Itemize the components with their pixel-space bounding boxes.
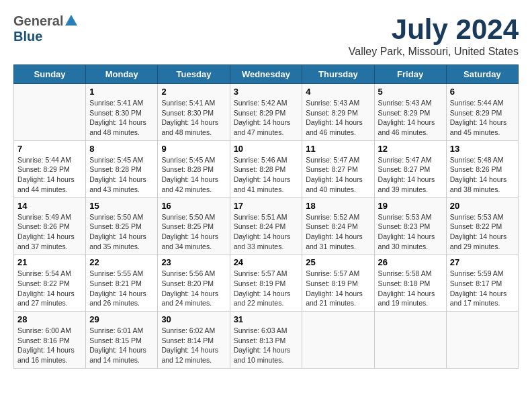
- day-info: Sunrise: 5:45 AM Sunset: 8:28 PM Dayligh…: [89, 155, 154, 195]
- day-info: Sunrise: 6:01 AM Sunset: 8:15 PM Dayligh…: [89, 326, 154, 365]
- calendar-header-row: SundayMondayTuesdayWednesdayThursdayFrid…: [14, 65, 519, 84]
- day-number: 30: [161, 314, 226, 324]
- calendar-cell: 11Sunrise: 5:47 AM Sunset: 8:27 PM Dayli…: [302, 140, 374, 197]
- week-row-2: 7Sunrise: 5:44 AM Sunset: 8:29 PM Daylig…: [14, 140, 519, 197]
- day-info: Sunrise: 5:50 AM Sunset: 8:25 PM Dayligh…: [89, 212, 154, 252]
- day-info: Sunrise: 5:54 AM Sunset: 8:22 PM Dayligh…: [17, 269, 82, 308]
- calendar-cell: 7Sunrise: 5:44 AM Sunset: 8:29 PM Daylig…: [14, 140, 86, 197]
- calendar-cell: 22Sunrise: 5:55 AM Sunset: 8:21 PM Dayli…: [86, 255, 158, 312]
- calendar-cell: [302, 312, 374, 369]
- header-wednesday: Wednesday: [230, 65, 302, 84]
- svg-marker-0: [65, 15, 77, 26]
- day-info: Sunrise: 5:53 AM Sunset: 8:23 PM Dayligh…: [378, 212, 443, 252]
- day-info: Sunrise: 5:59 AM Sunset: 8:17 PM Dayligh…: [450, 269, 515, 308]
- calendar-cell: 23Sunrise: 5:56 AM Sunset: 8:20 PM Dayli…: [158, 255, 230, 312]
- day-info: Sunrise: 5:47 AM Sunset: 8:27 PM Dayligh…: [378, 155, 443, 195]
- calendar-cell: 17Sunrise: 5:51 AM Sunset: 8:24 PM Dayli…: [230, 197, 302, 255]
- day-number: 10: [234, 144, 299, 154]
- day-info: Sunrise: 5:51 AM Sunset: 8:24 PM Dayligh…: [234, 212, 299, 252]
- day-info: Sunrise: 5:41 AM Sunset: 8:30 PM Dayligh…: [89, 98, 154, 138]
- day-number: 27: [450, 257, 515, 267]
- day-number: 3: [234, 87, 299, 97]
- day-number: 24: [234, 257, 299, 267]
- calendar-subtitle: Valley Park, Missouri, United States: [349, 46, 519, 58]
- header-thursday: Thursday: [302, 65, 374, 84]
- calendar-cell: 9Sunrise: 5:45 AM Sunset: 8:28 PM Daylig…: [158, 140, 230, 197]
- day-number: 29: [89, 314, 154, 324]
- day-info: Sunrise: 5:53 AM Sunset: 8:22 PM Dayligh…: [450, 212, 515, 252]
- day-info: Sunrise: 6:02 AM Sunset: 8:14 PM Dayligh…: [161, 326, 226, 365]
- day-info: Sunrise: 5:49 AM Sunset: 8:26 PM Dayligh…: [17, 212, 82, 252]
- day-number: 12: [378, 144, 443, 154]
- header-sunday: Sunday: [14, 65, 86, 84]
- day-number: 1: [89, 87, 154, 97]
- header-saturday: Saturday: [446, 65, 518, 84]
- header-tuesday: Tuesday: [158, 65, 230, 84]
- calendar-cell: 12Sunrise: 5:47 AM Sunset: 8:27 PM Dayli…: [374, 140, 446, 197]
- day-info: Sunrise: 6:03 AM Sunset: 8:13 PM Dayligh…: [234, 326, 299, 365]
- day-number: 15: [89, 201, 154, 211]
- calendar-cell: 1Sunrise: 5:41 AM Sunset: 8:30 PM Daylig…: [86, 84, 158, 141]
- logo: General Blue: [13, 13, 77, 44]
- day-number: 11: [306, 144, 370, 154]
- day-info: Sunrise: 5:42 AM Sunset: 8:29 PM Dayligh…: [234, 98, 299, 138]
- day-info: Sunrise: 5:41 AM Sunset: 8:30 PM Dayligh…: [161, 98, 226, 138]
- day-info: Sunrise: 5:55 AM Sunset: 8:21 PM Dayligh…: [89, 269, 154, 308]
- week-row-3: 14Sunrise: 5:49 AM Sunset: 8:26 PM Dayli…: [14, 197, 519, 255]
- calendar-cell: 31Sunrise: 6:03 AM Sunset: 8:13 PM Dayli…: [230, 312, 302, 369]
- header-friday: Friday: [374, 65, 446, 84]
- calendar-cell: 27Sunrise: 5:59 AM Sunset: 8:17 PM Dayli…: [446, 255, 518, 312]
- day-number: 14: [17, 201, 82, 211]
- calendar-cell: 4Sunrise: 5:43 AM Sunset: 8:29 PM Daylig…: [302, 84, 374, 141]
- day-info: Sunrise: 5:58 AM Sunset: 8:18 PM Dayligh…: [378, 269, 443, 308]
- day-info: Sunrise: 5:52 AM Sunset: 8:24 PM Dayligh…: [306, 212, 370, 252]
- calendar-cell: 8Sunrise: 5:45 AM Sunset: 8:28 PM Daylig…: [86, 140, 158, 197]
- week-row-5: 28Sunrise: 6:00 AM Sunset: 8:16 PM Dayli…: [14, 312, 519, 369]
- calendar-cell: 20Sunrise: 5:53 AM Sunset: 8:22 PM Dayli…: [446, 197, 518, 255]
- calendar-cell: 15Sunrise: 5:50 AM Sunset: 8:25 PM Dayli…: [86, 197, 158, 255]
- calendar-cell: 29Sunrise: 6:01 AM Sunset: 8:15 PM Dayli…: [86, 312, 158, 369]
- day-info: Sunrise: 5:46 AM Sunset: 8:28 PM Dayligh…: [234, 155, 299, 195]
- day-info: Sunrise: 5:47 AM Sunset: 8:27 PM Dayligh…: [306, 155, 370, 195]
- calendar-cell: 10Sunrise: 5:46 AM Sunset: 8:28 PM Dayli…: [230, 140, 302, 197]
- day-info: Sunrise: 5:57 AM Sunset: 8:19 PM Dayligh…: [306, 269, 370, 308]
- calendar-cell: 3Sunrise: 5:42 AM Sunset: 8:29 PM Daylig…: [230, 84, 302, 141]
- calendar-table: SundayMondayTuesdayWednesdayThursdayFrid…: [13, 64, 519, 369]
- calendar-cell: 14Sunrise: 5:49 AM Sunset: 8:26 PM Dayli…: [14, 197, 86, 255]
- calendar-cell: 6Sunrise: 5:44 AM Sunset: 8:29 PM Daylig…: [446, 84, 518, 141]
- day-number: 20: [450, 201, 515, 211]
- day-number: 4: [306, 87, 370, 97]
- day-number: 19: [378, 201, 443, 211]
- calendar-cell: 25Sunrise: 5:57 AM Sunset: 8:19 PM Dayli…: [302, 255, 374, 312]
- day-info: Sunrise: 5:44 AM Sunset: 8:29 PM Dayligh…: [450, 98, 515, 138]
- page-header: General Blue July 2024 Valley Park, Miss…: [13, 13, 519, 58]
- header-monday: Monday: [86, 65, 158, 84]
- day-info: Sunrise: 5:43 AM Sunset: 8:29 PM Dayligh…: [306, 98, 370, 138]
- calendar-cell: 26Sunrise: 5:58 AM Sunset: 8:18 PM Dayli…: [374, 255, 446, 312]
- day-number: 13: [450, 144, 515, 154]
- title-area: July 2024 Valley Park, Missouri, United …: [349, 13, 519, 58]
- day-info: Sunrise: 6:00 AM Sunset: 8:16 PM Dayligh…: [17, 326, 82, 365]
- day-number: 18: [306, 201, 370, 211]
- day-number: 25: [306, 257, 370, 267]
- day-info: Sunrise: 5:45 AM Sunset: 8:28 PM Dayligh…: [161, 155, 226, 195]
- day-number: 26: [378, 257, 443, 267]
- day-number: 7: [17, 144, 82, 154]
- calendar-title: July 2024: [349, 13, 519, 46]
- day-info: Sunrise: 5:57 AM Sunset: 8:19 PM Dayligh…: [234, 269, 299, 308]
- day-number: 23: [161, 257, 226, 267]
- calendar-cell: [374, 312, 446, 369]
- day-info: Sunrise: 5:50 AM Sunset: 8:25 PM Dayligh…: [161, 212, 226, 252]
- calendar-cell: 30Sunrise: 6:02 AM Sunset: 8:14 PM Dayli…: [158, 312, 230, 369]
- day-number: 22: [89, 257, 154, 267]
- logo-blue: Blue: [13, 29, 42, 44]
- logo-general: General: [13, 13, 63, 29]
- day-number: 6: [450, 87, 515, 97]
- day-info: Sunrise: 5:56 AM Sunset: 8:20 PM Dayligh…: [161, 269, 226, 308]
- calendar-cell: 13Sunrise: 5:48 AM Sunset: 8:26 PM Dayli…: [446, 140, 518, 197]
- day-number: 17: [234, 201, 299, 211]
- calendar-cell: 28Sunrise: 6:00 AM Sunset: 8:16 PM Dayli…: [14, 312, 86, 369]
- day-number: 8: [89, 144, 154, 154]
- day-number: 31: [234, 314, 299, 324]
- day-number: 2: [161, 87, 226, 97]
